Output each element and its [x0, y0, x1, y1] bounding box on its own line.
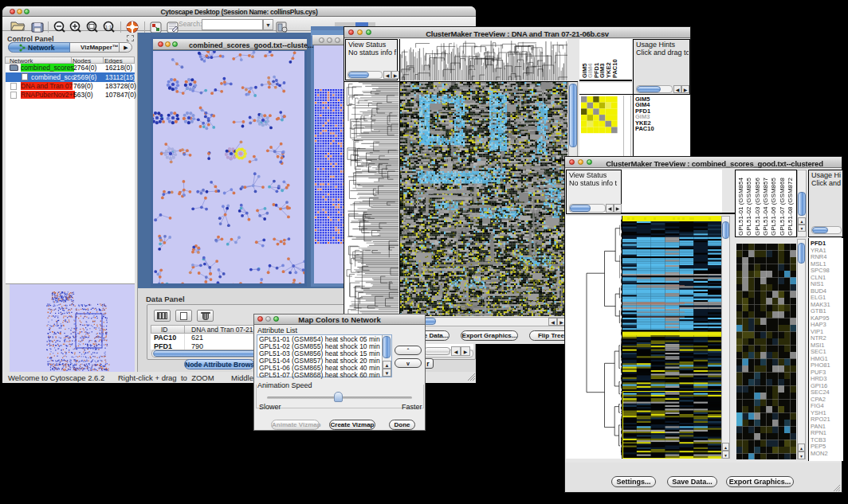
- svg-text:1:1: 1:1: [105, 25, 112, 29]
